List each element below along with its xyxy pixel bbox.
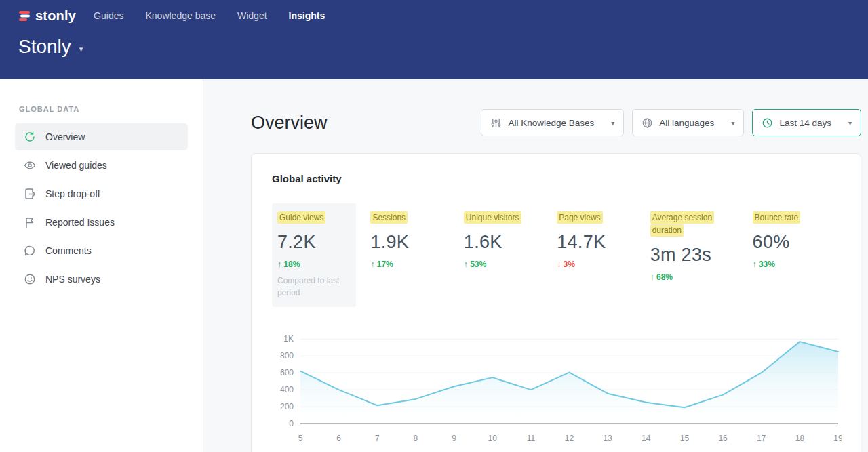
clock-icon [762, 117, 773, 129]
main-content: Overview All Knowledge Bases ▾ All langu… [203, 79, 868, 452]
primary-nav: Guides Knowledge base Widget Insights [94, 10, 325, 21]
area-chart: 02004006008001K5678910111213141516171819 [272, 325, 842, 452]
filter-label: All Knowledge Bases [508, 118, 594, 128]
sidebar-item-viewed-guides[interactable]: Viewed guides [15, 152, 188, 179]
sidebar-item-label: Viewed guides [45, 160, 107, 171]
nav-item-widget[interactable]: Widget [237, 10, 267, 21]
svg-text:800: 800 [280, 351, 294, 361]
stat-sessions[interactable]: Sessions 1.9K ↑ 17% [365, 203, 449, 277]
stat-value: 14.7K [557, 232, 630, 253]
stat-delta: 3% [564, 260, 575, 269]
stat-delta: 33% [759, 260, 775, 269]
stat-label: Unique visitors [464, 211, 521, 224]
stat-page-views[interactable]: Page views 14.7K ↓ 3% [551, 203, 635, 277]
arrow-down-icon: ↓ [557, 260, 561, 269]
stat-value: 7.2K [277, 232, 351, 253]
card-title: Global activity [272, 173, 840, 184]
svg-text:15: 15 [680, 434, 690, 443]
svg-text:400: 400 [280, 385, 294, 394]
svg-text:10: 10 [488, 434, 498, 443]
stat-label: Sessions [370, 211, 408, 224]
stat-value: 60% [753, 232, 826, 253]
filter-label: All languages [659, 118, 714, 128]
smiley-icon [24, 273, 36, 285]
sidebar-item-label: Overview [45, 131, 85, 142]
svg-text:5: 5 [298, 434, 303, 443]
svg-text:19: 19 [833, 434, 842, 443]
svg-text:9: 9 [452, 434, 456, 443]
arrow-up-icon: ↑ [464, 260, 468, 269]
sidebar-section-title: GLOBAL DATA [19, 105, 203, 113]
page-title: Overview [251, 112, 328, 133]
svg-text:7: 7 [375, 434, 380, 443]
sync-icon [24, 131, 36, 143]
logo-text: stonly [35, 8, 76, 24]
svg-text:1K: 1K [283, 334, 294, 344]
sidebar-item-reported-issues[interactable]: Reported Issues [15, 209, 188, 236]
arrow-up-icon: ↑ [370, 260, 374, 269]
sidebar-item-nps-surveys[interactable]: NPS surveys [15, 266, 188, 293]
flag-icon [24, 216, 36, 228]
chevron-down-icon: ▾ [79, 41, 83, 54]
arrow-up-icon: ↑ [753, 260, 757, 269]
eye-icon [24, 159, 36, 171]
knowledge-bases-filter[interactable]: All Knowledge Bases ▾ [481, 109, 624, 136]
sidebar-item-step-drop-off[interactable]: Step drop-off [15, 180, 188, 207]
stonly-logo[interactable]: stonly [18, 8, 76, 24]
workspace-selector[interactable]: Stonly ▾ [18, 36, 868, 58]
svg-text:600: 600 [280, 368, 294, 377]
stat-delta: 68% [656, 272, 673, 282]
svg-text:12: 12 [565, 434, 574, 443]
svg-text:18: 18 [795, 434, 805, 443]
sidebar-item-label: Step drop-off [45, 188, 100, 199]
nav-item-insights[interactable]: Insights [289, 10, 326, 21]
stat-value: 3m 23s [650, 245, 733, 266]
stat-value: 1.9K [370, 232, 443, 253]
sidebar-item-label: Comments [45, 245, 92, 256]
sidebar-item-label: NPS surveys [45, 274, 100, 285]
nav-top-row: stonly Guides Knowledge base Widget Insi… [18, 0, 868, 24]
svg-text:13: 13 [603, 434, 612, 443]
globe-icon [642, 117, 653, 129]
stat-label: Average session duration [650, 211, 715, 237]
svg-text:14: 14 [642, 434, 651, 443]
stat-average-session-duration[interactable]: Average session duration 3m 23s ↑ 68% [645, 203, 738, 290]
global-activity-card: Global activity Guide views 7.2K ↑ 18% C… [251, 153, 861, 452]
svg-text:200: 200 [280, 402, 294, 411]
stat-unique-visitors[interactable]: Unique visitors 1.6K ↑ 53% [458, 203, 542, 277]
date-range-filter[interactable]: Last 14 days ▾ [752, 109, 861, 136]
stat-label: Page views [557, 211, 602, 224]
stats-row: Guide views 7.2K ↑ 18% Compared to last … [272, 203, 840, 307]
stat-delta: 17% [377, 260, 393, 269]
stat-delta: 53% [470, 260, 486, 269]
stat-label: Bounce rate [753, 211, 801, 224]
chevron-down-icon: ▾ [848, 119, 852, 127]
arrow-up-icon: ↑ [650, 272, 654, 282]
comment-icon [24, 245, 36, 257]
nav-item-guides[interactable]: Guides [94, 10, 123, 21]
top-navbar: stonly Guides Knowledge base Widget Insi… [0, 0, 868, 79]
workspace-title: Stonly [18, 36, 71, 58]
chevron-down-icon: ▾ [731, 119, 734, 127]
sidebar-item-comments[interactable]: Comments [15, 237, 188, 264]
stat-delta: 18% [283, 260, 300, 269]
svg-text:8: 8 [414, 434, 418, 443]
svg-text:11: 11 [527, 434, 536, 443]
languages-filter[interactable]: All languages ▾ [632, 109, 744, 136]
stat-value: 1.6K [464, 232, 537, 253]
stat-bounce-rate[interactable]: Bounce rate 60% ↑ 33% [747, 203, 831, 277]
filter-label: Last 14 days [779, 118, 831, 128]
stonly-logo-icon [18, 9, 31, 22]
svg-text:17: 17 [757, 434, 766, 443]
step-dropoff-icon [24, 188, 36, 200]
sidebar-item-overview[interactable]: Overview [15, 123, 188, 150]
activity-chart: 02004006008001K5678910111213141516171819 [272, 325, 840, 452]
sidebar-item-label: Reported Issues [45, 217, 115, 228]
arrow-up-icon: ↑ [277, 260, 281, 269]
svg-text:16: 16 [718, 434, 728, 443]
stat-label: Guide views [277, 211, 326, 224]
stat-guide-views[interactable]: Guide views 7.2K ↑ 18% Compared to last … [272, 203, 356, 307]
nav-item-knowledge-base[interactable]: Knowledge base [145, 10, 216, 21]
filters-bar: All Knowledge Bases ▾ All languages ▾ La… [481, 109, 861, 136]
sidebar: GLOBAL DATA Overview Viewed guides Step … [0, 79, 203, 452]
